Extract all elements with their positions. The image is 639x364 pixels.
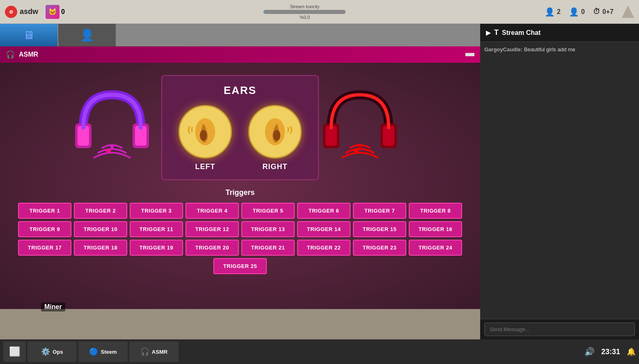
asmr-title-icon: 🎧 (6, 50, 15, 59)
trigger-button-24[interactable]: TRIGGER 24 (409, 240, 462, 256)
trigger-button-13[interactable]: TRIGGER 13 (241, 221, 295, 237)
chat-t-badge: T (494, 28, 499, 37)
taskbar-item-label: ASMR (152, 349, 167, 355)
notification-icon[interactable]: 🔔 (627, 347, 636, 356)
left-headphone (71, 82, 161, 173)
taskbar-item-steem[interactable]: 🔵Steem (78, 341, 128, 362)
asmr-minimize-button[interactable] (465, 53, 474, 56)
taskbar-start-icon: ⬜ (9, 346, 20, 357)
toxicity-percent: %0,0 (300, 15, 310, 20)
preview-thumb-2: 👤 (58, 24, 116, 46)
taskbar-volume[interactable]: 🔊 (584, 347, 595, 357)
logo-icon: ⊘ (5, 6, 17, 18)
trigger-button-19[interactable]: TRIGGER 19 (130, 240, 183, 256)
svg-point-15 (358, 145, 362, 149)
ghost-stat: 👤 0 (569, 7, 585, 17)
viewers-count: 2 (557, 8, 561, 16)
taskbar-items: ⚙️Ops🔵Steem🎧ASMR (27, 341, 179, 362)
chat-play-icon: ▶ (486, 29, 491, 37)
taskbar-item-label: Steem (101, 349, 117, 355)
trigger-button-23[interactable]: TRIGGER 23 (353, 240, 406, 256)
toxicity-bar-fill (263, 10, 265, 14)
chat-sidebar: ▶ T Stream Chat GargoyCaudle: Beautiful … (480, 24, 639, 339)
taskbar-time: 23:31 (601, 348, 620, 356)
viewers-icon: 👤 (545, 7, 555, 17)
svg-point-4 (110, 145, 114, 149)
trigger-button-16[interactable]: TRIGGER 16 (409, 221, 462, 237)
chat-text: Beautiful girls add me (524, 46, 575, 53)
cat-widget: 🐱 0 (46, 5, 65, 19)
trigger-button-11[interactable]: TRIGGER 11 (130, 221, 183, 237)
chat-header: ▶ T Stream Chat (480, 24, 639, 42)
trigger-button-21[interactable]: TRIGGER 21 (241, 240, 295, 256)
app-logo: ⊘ asdw (5, 6, 38, 18)
trigger-button-18[interactable]: TRIGGER 18 (74, 240, 127, 256)
trigger-button-9[interactable]: TRIGGER 9 (18, 221, 71, 237)
left-ear-circle (179, 105, 232, 158)
ears-title: EARS (224, 84, 257, 97)
ears-panel: EARS (161, 75, 319, 180)
chat-input-area (480, 319, 639, 339)
trigger-button-12[interactable]: TRIGGER 12 (186, 221, 239, 237)
trigger-button-6[interactable]: TRIGGER 6 (297, 203, 350, 219)
preview-thumb-1: 🖥 (0, 24, 57, 46)
trigger-button-2[interactable]: TRIGGER 2 (74, 203, 127, 219)
right-headphone (319, 82, 409, 173)
taskbar-item-icon: 🎧 (140, 347, 149, 356)
asmr-title-text: ASMR (19, 51, 38, 58)
asmr-titlebar: 🎧 ASMR (0, 46, 480, 63)
taskbar-start-button[interactable]: ⬜ (3, 341, 26, 362)
chat-username: GargoyCaudle: (484, 46, 524, 53)
taskbar-right: 🔊 23:31 🔔 (584, 347, 636, 357)
ghost-count: 0 (581, 8, 585, 16)
triggers-section: Triggers TRIGGER 1TRIGGER 2TRIGGER 3TRIG… (8, 188, 472, 274)
trigger-button-22[interactable]: TRIGGER 22 (297, 240, 350, 256)
trigger-button-25[interactable]: TRIGGER 25 (213, 258, 267, 274)
taskbar-item-asmr[interactable]: 🎧ASMR (129, 341, 179, 362)
trigger-button-20[interactable]: TRIGGER 20 (186, 240, 239, 256)
trigger-button-5[interactable]: TRIGGER 5 (241, 203, 295, 219)
trigger-button-8[interactable]: TRIGGER 8 (409, 203, 462, 219)
top-bar: ⊘ asdw 🐱 0 Stream toxicity %0,0 👤 2 👤 0 … (0, 0, 639, 24)
right-ear-button[interactable]: RIGHT (248, 105, 302, 171)
ghost-icon: 👤 (569, 7, 579, 17)
ears-section: EARS (8, 75, 472, 180)
right-ear-label: RIGHT (263, 163, 288, 171)
asmr-content: EARS (0, 63, 480, 309)
left-ear-button[interactable]: LEFT (179, 105, 232, 171)
taskbar-item-icon: ⚙️ (41, 347, 50, 356)
trigger-button-1[interactable]: TRIGGER 1 (18, 203, 71, 219)
clock-icon: ⏱ (593, 7, 600, 16)
triggers-title: Triggers (8, 188, 472, 197)
trigger-button-17[interactable]: TRIGGER 17 (18, 240, 71, 256)
chat-input[interactable] (484, 323, 635, 336)
toxicity-section: Stream toxicity %0,0 (72, 4, 537, 20)
cat-count: 0 (61, 8, 65, 16)
right-ear-circle (248, 105, 302, 158)
trigger-button-15[interactable]: TRIGGER 15 (353, 221, 406, 237)
chat-title-text: Stream Chat (502, 29, 541, 37)
taskbar-item-icon: 🔵 (89, 347, 98, 356)
taskbar: ⬜ ⚙️Ops🔵Steem🎧ASMR 🔊 23:31 🔔 (0, 339, 639, 364)
chat-messages: GargoyCaudle: Beautiful girls add me (480, 42, 639, 319)
left-ear-label: LEFT (195, 163, 215, 171)
chat-message: GargoyCaudle: Beautiful girls add me (484, 46, 635, 53)
trigger-button-3[interactable]: TRIGGER 3 (130, 203, 183, 219)
taskbar-item-ops[interactable]: ⚙️Ops (27, 341, 77, 362)
trigger-button-4[interactable]: TRIGGER 4 (186, 203, 239, 219)
timer-value: 0+7 (602, 8, 614, 16)
stats-section: 👤 2 👤 0 ⏱ 0+7 (545, 6, 634, 18)
main-area: 🖥 👤 🎧 ASMR (0, 24, 639, 339)
trigger-button-10[interactable]: TRIGGER 10 (74, 221, 127, 237)
cat-icon: 🐱 (46, 5, 60, 19)
trigger-button-7[interactable]: TRIGGER 7 (353, 203, 406, 219)
toxicity-bar (263, 10, 346, 14)
timer-stat: ⏱ 0+7 (593, 7, 614, 16)
triggers-grid: TRIGGER 1TRIGGER 2TRIGGER 3TRIGGER 4TRIG… (8, 203, 472, 274)
trigger-button-14[interactable]: TRIGGER 14 (297, 221, 350, 237)
expand-arrow[interactable] (622, 6, 634, 18)
ears-buttons-row: LEFT (179, 105, 302, 171)
taskbar-item-label: Ops (53, 349, 63, 355)
toxicity-label: Stream toxicity (290, 4, 319, 9)
svg-point-7 (200, 130, 207, 141)
